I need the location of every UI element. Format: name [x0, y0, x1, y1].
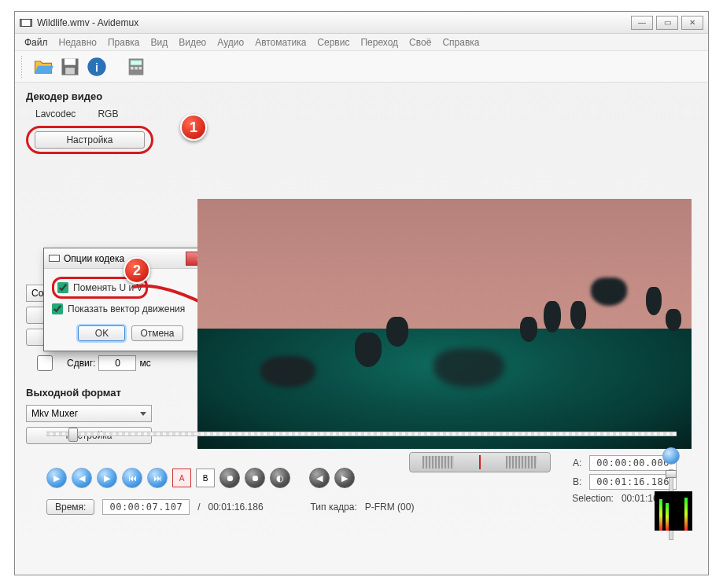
svg-rect-6: [65, 68, 75, 74]
forward-button[interactable]: ⏭: [147, 468, 168, 488]
goto-b-button[interactable]: ⏺: [245, 468, 265, 488]
svg-rect-5: [65, 58, 76, 64]
toolbar: i: [15, 51, 708, 83]
shift-label: Сдвиг:: [67, 358, 95, 369]
annotation-badge-1: 1: [180, 114, 207, 141]
timeline-track[interactable]: [46, 432, 677, 436]
time-info: Время: 00:00:07.107 / 00:01:16.186 Тип к…: [46, 499, 414, 515]
time-sep: /: [197, 502, 200, 513]
video-preview: [197, 199, 692, 449]
volume-thumb[interactable]: [666, 470, 677, 478]
next-key-button[interactable]: ▶: [334, 468, 355, 488]
svg-rect-1: [20, 20, 31, 26]
save-icon[interactable]: [59, 56, 81, 78]
time-button[interactable]: Время:: [46, 499, 94, 515]
menu-file[interactable]: Файл: [20, 35, 53, 50]
sel-label: Selection:: [572, 493, 614, 504]
time-current[interactable]: 00:00:07.107: [102, 499, 190, 515]
info-icon[interactable]: i: [86, 56, 108, 78]
window-title: Wildlife.wmv - Avidemux: [37, 17, 631, 28]
rewind-button[interactable]: ⏮: [122, 468, 142, 488]
app-icon: [20, 18, 32, 28]
show-motion-label: Показать вектор движения: [68, 303, 185, 314]
menu-audio[interactable]: Аудио: [212, 35, 249, 50]
preview-sky: [197, 199, 692, 344]
frame-type-label: Тип кадра:: [311, 502, 357, 513]
timeline-thumb[interactable]: [68, 428, 78, 442]
toolbar-separator: [21, 56, 24, 78]
transport-controls: ▶ ◀ ▶ ⏮ ⏭ A B ⏺ ⏺ ◐ ◀ ▶: [46, 468, 355, 488]
svg-rect-12: [135, 67, 138, 70]
prev-button[interactable]: ◀: [72, 468, 92, 488]
dialog-icon: [49, 254, 60, 263]
svg-rect-15: [50, 255, 59, 261]
maximize-button[interactable]: ▭: [656, 16, 678, 30]
timeline[interactable]: [46, 432, 677, 447]
menu-view[interactable]: Вид: [146, 35, 173, 50]
muxer-select[interactable]: Mkv Muxer: [26, 405, 152, 422]
output-label: Выходной формат: [26, 387, 183, 399]
show-motion-checkbox[interactable]: [52, 303, 63, 314]
annotation-badge-2: 2: [124, 257, 150, 284]
menu-custom[interactable]: Своё: [404, 35, 436, 50]
swap-uv-checkbox[interactable]: [57, 282, 68, 293]
svg-rect-3: [30, 20, 31, 26]
dialog-title: Опции кодека: [64, 253, 124, 264]
menu-auto[interactable]: Автоматика: [250, 35, 311, 50]
highlight-configure: Настройка: [26, 126, 153, 154]
play-button[interactable]: ▶: [46, 468, 67, 488]
time-total: 00:01:16.186: [208, 502, 263, 513]
shift-unit: мс: [139, 358, 150, 369]
mark-a-button[interactable]: A: [172, 469, 191, 487]
goto-a-button[interactable]: ⏺: [219, 468, 240, 488]
menu-recent[interactable]: Недавно: [54, 35, 101, 50]
menu-go[interactable]: Переход: [356, 35, 403, 50]
decoder-label: Декодер видео: [26, 90, 183, 102]
decoder-codec: Lavcodec: [35, 108, 76, 119]
prev-key-button[interactable]: ◀: [309, 468, 330, 488]
menu-edit[interactable]: Правка: [103, 35, 145, 50]
mark-b-button[interactable]: B: [196, 469, 215, 487]
open-icon[interactable]: [32, 56, 54, 78]
dialog-ok-button[interactable]: OK: [78, 325, 125, 341]
svg-rect-2: [20, 20, 22, 26]
frame-type-value: P-FRM (00): [365, 502, 415, 513]
sel-b-label: B:: [573, 476, 581, 487]
decoder-mode: RGB: [98, 108, 118, 119]
shift-input[interactable]: [98, 355, 136, 371]
minimize-button[interactable]: —: [631, 16, 653, 30]
volume-icon[interactable]: [662, 447, 680, 465]
menubar: Файл Недавно Правка Вид Видео Аудио Авто…: [15, 34, 708, 51]
prev-black-button[interactable]: ◐: [270, 468, 290, 488]
svg-rect-10: [131, 60, 142, 64]
menu-tools[interactable]: Сервис: [312, 35, 354, 50]
shift-checkbox[interactable]: [26, 355, 64, 371]
selection-panel: A:00:00:00.000 B:00:01:16.186 Selection:…: [472, 452, 677, 507]
close-button[interactable]: ✕: [681, 16, 703, 30]
chevron-down-icon: [140, 412, 146, 416]
next-button[interactable]: ▶: [97, 468, 117, 488]
menu-help[interactable]: Справка: [437, 35, 484, 50]
svg-rect-13: [139, 67, 142, 70]
svg-text:i: i: [95, 61, 98, 73]
main-window: Wildlife.wmv - Avidemux — ▭ ✕ Файл Недав…: [14, 11, 709, 575]
dialog-cancel-button[interactable]: Отмена: [131, 325, 183, 341]
svg-rect-11: [131, 67, 134, 70]
audio-meter: [655, 491, 692, 531]
menu-video[interactable]: Видео: [174, 35, 211, 50]
decoder-configure-button[interactable]: Настройка: [35, 131, 145, 149]
calculator-icon[interactable]: [125, 56, 147, 78]
titlebar: Wildlife.wmv - Avidemux — ▭ ✕: [15, 12, 708, 34]
sel-a-label: A:: [573, 458, 581, 469]
swap-uv-label: Поменять U и V: [73, 282, 142, 293]
muxer-value: Mkv Muxer: [31, 408, 78, 419]
